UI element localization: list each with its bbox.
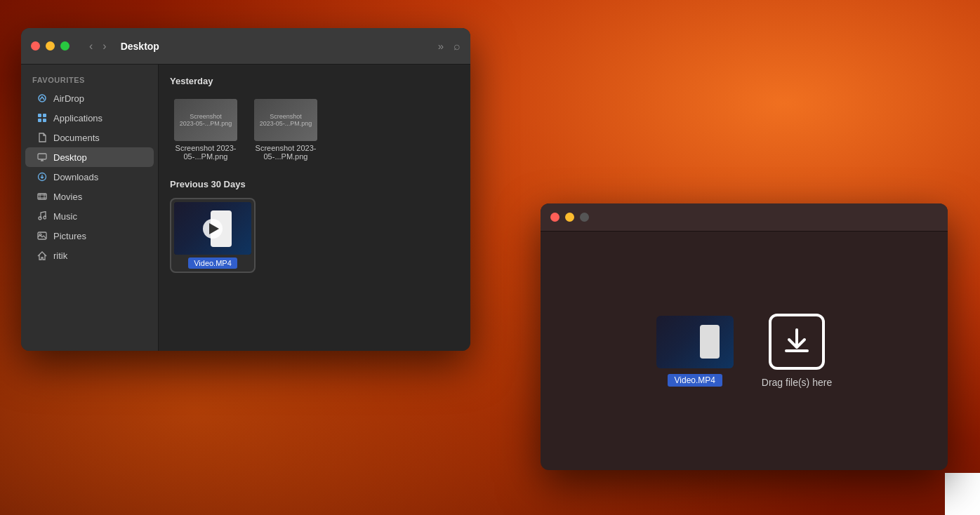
sidebar-item-applications[interactable]: Applications	[25, 108, 154, 128]
video-thumbnail	[174, 202, 251, 255]
drop-zone-label: Drag file(s) here	[762, 377, 832, 388]
download-icon-box	[769, 314, 825, 370]
applications-icon	[37, 112, 48, 123]
file-label: Screenshot 2023-05-...PM.png	[174, 144, 237, 161]
close-button[interactable]	[31, 41, 40, 51]
finder-window: ‹ › Desktop » ⌕ Favourites AirDrop	[21, 28, 470, 351]
back-button[interactable]: ‹	[86, 39, 95, 54]
previous30-files: Video.MP4	[170, 198, 459, 273]
movies-label: Movies	[53, 192, 82, 202]
sidebar-item-pictures[interactable]: Pictures	[25, 226, 154, 246]
list-item[interactable]: Screenshot2023-05-...PM.png Screenshot 2…	[170, 95, 241, 165]
svg-rect-2	[43, 114, 46, 117]
finder-nav: ‹ ›	[86, 39, 110, 54]
svg-rect-5	[38, 154, 46, 159]
search-icon[interactable]: ⌕	[453, 40, 461, 53]
music-icon	[37, 210, 48, 222]
drop-window: Video.MP4 Drag file(s) here	[541, 203, 948, 470]
drop-video-thumbnail	[656, 316, 734, 368]
documents-label: Documents	[53, 133, 100, 143]
svg-point-0	[39, 95, 46, 102]
documents-icon	[37, 132, 48, 143]
skip-icon[interactable]: »	[438, 40, 444, 53]
sidebar-item-downloads[interactable]: Downloads	[25, 167, 154, 187]
video-file-label: Video.MP4	[188, 258, 237, 269]
finder-titlebar: ‹ › Desktop » ⌕	[21, 28, 470, 65]
corner-hint	[945, 473, 980, 515]
sidebar-item-music[interactable]: Music	[25, 206, 154, 226]
downloads-icon	[37, 171, 48, 182]
drop-close-button[interactable]	[550, 213, 559, 222]
forward-button[interactable]: ›	[100, 39, 109, 54]
finder-sidebar: Favourites AirDrop	[21, 65, 159, 351]
drop-zone[interactable]: Drag file(s) here	[762, 314, 832, 388]
download-icon-svg	[779, 324, 814, 359]
finder-title: Desktop	[121, 41, 159, 52]
airdrop-label: AirDrop	[53, 93, 84, 104]
sidebar-item-documents[interactable]: Documents	[25, 128, 154, 147]
finder-main: Yesterday Screenshot2023-05-...PM.png Sc…	[159, 65, 470, 351]
finder-nav-right: » ⌕	[438, 40, 461, 53]
minimize-button[interactable]	[46, 41, 55, 51]
sidebar-section-label: Favourites	[21, 73, 158, 88]
home-label: ritik	[53, 250, 67, 261]
svg-rect-1	[38, 114, 41, 117]
svg-point-9	[44, 216, 46, 219]
drop-file-item: Video.MP4	[656, 316, 734, 387]
svg-point-8	[39, 217, 41, 220]
desktop-label: Desktop	[53, 152, 87, 163]
drop-content: Video.MP4 Drag file(s) here	[541, 232, 948, 470]
pictures-label: Pictures	[53, 231, 86, 241]
sidebar-item-movies[interactable]: Movies	[25, 187, 154, 206]
airdrop-icon	[37, 93, 48, 104]
drop-minimize-button[interactable]	[565, 213, 574, 222]
play-triangle	[209, 223, 219, 234]
drop-phone-shape	[700, 325, 720, 359]
maximize-button[interactable]	[60, 41, 69, 51]
drop-maximize-button[interactable]	[580, 213, 589, 222]
screenshot-icon: Screenshot2023-05-...PM.png	[174, 99, 237, 141]
home-icon	[37, 250, 48, 261]
drop-titlebar	[541, 203, 948, 232]
sidebar-item-airdrop[interactable]: AirDrop	[25, 88, 154, 108]
sidebar-item-home[interactable]: ritik	[25, 246, 154, 265]
movies-icon	[37, 191, 48, 202]
pictures-icon	[37, 230, 48, 241]
file-label-2: Screenshot 2023-05-...PM.png	[254, 144, 317, 161]
sidebar-item-desktop[interactable]: Desktop	[25, 147, 154, 167]
date-section-30days: Previous 30 Days	[170, 179, 459, 189]
date-section-yesterday: Yesterday	[170, 76, 459, 86]
svg-rect-4	[43, 119, 46, 122]
yesterday-files: Screenshot2023-05-...PM.png Screenshot 2…	[170, 95, 459, 165]
desktop-icon	[37, 152, 48, 163]
music-label: Music	[53, 211, 77, 222]
downloads-label: Downloads	[53, 172, 98, 182]
svg-rect-7	[38, 194, 46, 199]
play-button-icon	[203, 219, 223, 239]
svg-rect-3	[38, 119, 41, 122]
applications-label: Applications	[53, 113, 102, 123]
screenshot-icon-2: Screenshot2023-05-...PM.png	[254, 99, 317, 141]
finder-body: Favourites AirDrop	[21, 65, 470, 351]
list-item[interactable]: Screenshot2023-05-...PM.png Screenshot 2…	[250, 95, 322, 165]
video-file-item[interactable]: Video.MP4	[170, 198, 256, 273]
drop-file-label: Video.MP4	[668, 374, 722, 387]
